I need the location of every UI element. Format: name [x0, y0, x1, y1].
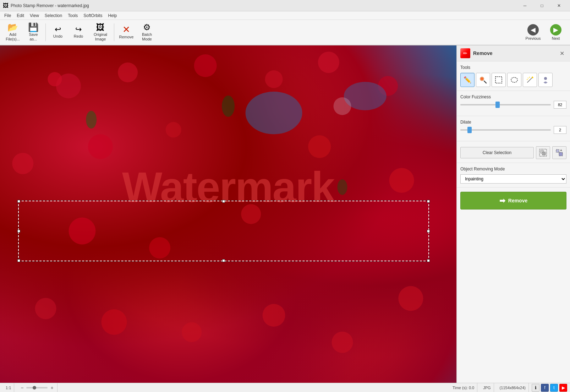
next-button[interactable]: ▶ Next: [544, 21, 567, 43]
dilate-slider-container: [460, 126, 551, 134]
color-fuzziness-label: Color Fuzziness: [460, 94, 566, 99]
original-image-label: OriginalImage: [94, 32, 107, 42]
zoom-label: 1:1: [6, 386, 11, 390]
zoom-label-seg: 1:1: [3, 383, 14, 392]
close-button[interactable]: ✕: [551, 0, 567, 11]
redo-button[interactable]: ↪ Redo: [68, 21, 88, 43]
magic-wand-brush-tool-button[interactable]: [476, 73, 490, 87]
svg-rect-43: [559, 152, 563, 156]
toolbox-title: Remove: [473, 50, 492, 56]
add-files-button[interactable]: 📂 AddFile(s)...: [3, 21, 23, 43]
undo-button[interactable]: ↩ Undo: [48, 21, 68, 43]
save-as-button[interactable]: 💾 Saveas...: [23, 21, 43, 43]
svg-point-20: [398, 286, 423, 311]
dilate-thumb[interactable]: [467, 127, 472, 133]
svg-rect-38: [544, 82, 547, 83]
next-label: Next: [552, 36, 560, 40]
object-removing-mode-label: Object Removing Mode: [460, 167, 566, 172]
zoom-out-button[interactable]: −: [20, 385, 24, 391]
facebook-button[interactable]: f: [541, 384, 549, 392]
photo-canvas: Watermark: [0, 45, 456, 383]
menu-help[interactable]: Help: [105, 12, 120, 20]
toolbox-close-button[interactable]: ✕: [558, 49, 566, 58]
svg-point-7: [12, 153, 33, 174]
remove-icon: ✕: [122, 25, 130, 34]
menu-edit[interactable]: Edit: [14, 12, 27, 20]
circle-select-tool-button[interactable]: [507, 73, 521, 87]
clone-stamp-icon: [542, 76, 549, 84]
minimize-button[interactable]: ─: [517, 0, 533, 11]
toolbox-panel: ✏ Remove ✕ Tools ✏️: [456, 45, 570, 383]
original-image-icon: 🖼: [96, 23, 105, 32]
main-area: Watermark ✏ Remove ✕ Tools: [0, 45, 570, 383]
add-files-icon: 📂: [7, 23, 18, 32]
svg-rect-42: [556, 149, 559, 152]
dilate-label: Dilate: [460, 120, 566, 125]
youtube-button[interactable]: ▶: [559, 384, 567, 392]
color-fuzziness-track: [460, 104, 551, 105]
menu-softorbits[interactable]: SoftOrbits: [81, 12, 105, 20]
zoom-in-button[interactable]: +: [50, 385, 54, 391]
remove-button[interactable]: ✕ Remove: [116, 21, 136, 43]
menu-tools[interactable]: Tools: [65, 12, 81, 20]
color-fuzziness-fill: [460, 104, 498, 105]
remove-label: Remove: [119, 35, 134, 39]
batch-mode-label: BatchMode: [142, 32, 152, 42]
info-button[interactable]: ℹ: [532, 384, 539, 392]
zoom-control: − +: [17, 383, 57, 392]
svg-point-14: [389, 168, 414, 193]
dimensions-label: (1154x864x24): [500, 386, 526, 390]
maximize-button[interactable]: □: [534, 0, 550, 11]
remove-action-icon: ➡: [499, 196, 505, 205]
dilate-value[interactable]: 2: [554, 126, 566, 134]
svg-point-18: [263, 304, 285, 327]
menu-view[interactable]: View: [27, 12, 42, 20]
expand-selection-icon: +: [555, 149, 563, 157]
object-removing-mode-select[interactable]: Inpainting Content Aware Fill Texture Pr…: [460, 174, 566, 184]
svg-point-8: [88, 134, 113, 159]
original-image-button[interactable]: 🖼 OriginalImage: [89, 21, 112, 43]
svg-point-10: [68, 218, 95, 245]
svg-text:+: +: [560, 149, 562, 152]
svg-point-12: [241, 204, 261, 224]
flower-svg: [0, 45, 456, 383]
svg-rect-41: [542, 152, 546, 155]
magic-wand-tool-button[interactable]: [523, 73, 537, 87]
clear-selection-button[interactable]: Clear Selection: [460, 147, 534, 158]
svg-point-19: [332, 332, 353, 353]
toolbar: 📂 AddFile(s)... 💾 Saveas... ↩ Undo ↪ Red…: [0, 20, 570, 45]
svg-point-5: [318, 52, 339, 73]
object-removing-mode-section: Object Removing Mode Inpainting Content …: [457, 163, 570, 187]
canvas-area[interactable]: Watermark: [0, 45, 456, 383]
selection-button-row: Clear Selection +: [460, 146, 566, 159]
batch-mode-icon: ⚙: [143, 23, 151, 32]
svg-point-24: [246, 92, 302, 134]
svg-point-1: [48, 72, 62, 86]
dilate-track: [460, 129, 551, 131]
color-fuzziness-thumb[interactable]: [495, 102, 500, 108]
svg-rect-30: [495, 77, 502, 83]
menu-file[interactable]: File: [1, 12, 14, 20]
menu-selection[interactable]: Selection: [42, 12, 65, 20]
svg-point-21: [86, 111, 97, 129]
batch-mode-button[interactable]: ⚙ BatchMode: [137, 21, 157, 43]
previous-button[interactable]: ◀ Previous: [522, 21, 544, 43]
redo-icon: ↪: [75, 26, 82, 33]
brush-tool-button[interactable]: ✏️: [460, 73, 475, 87]
expand-selection-button[interactable]: +: [552, 146, 566, 159]
rect-select-tool-button[interactable]: [492, 73, 506, 87]
format-label: JPG: [483, 386, 490, 390]
svg-point-11: [149, 237, 170, 258]
invert-selection-button[interactable]: [536, 146, 550, 159]
title-bar-text: Photo Stamp Remover - watermarked.jpg: [11, 3, 517, 8]
previous-icon: ◀: [527, 24, 539, 36]
remove-action-button[interactable]: ➡ Remove: [460, 192, 566, 209]
twitter-button[interactable]: t: [550, 384, 558, 392]
dilate-row: 2: [460, 126, 566, 134]
svg-point-37: [544, 77, 547, 80]
clone-stamp-tool-button[interactable]: [538, 73, 553, 87]
nav-buttons: ◀ Previous ▶ Next: [522, 21, 567, 43]
color-fuzziness-value[interactable]: 82: [554, 101, 566, 109]
zoom-thumb[interactable]: [33, 386, 36, 390]
previous-label: Previous: [526, 36, 541, 40]
